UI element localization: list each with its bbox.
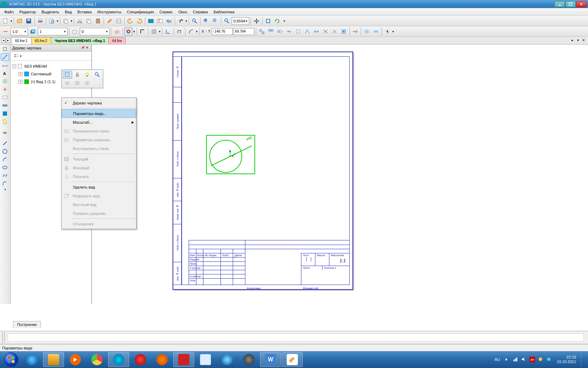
taskbar-kompas[interactable]	[108, 352, 129, 367]
coord-y-field[interactable]: 69.784	[233, 28, 254, 35]
tab-nav-left[interactable]: ◄	[1, 38, 6, 43]
taskbar-opera[interactable]	[130, 352, 151, 367]
text-icon[interactable]: A	[1, 69, 9, 77]
brush-icon[interactable]	[105, 17, 114, 25]
manager-icon[interactable]	[147, 17, 155, 25]
lcs-icon[interactable]	[164, 27, 172, 36]
state-current-icon[interactable]	[63, 71, 72, 79]
circle-icon[interactable]	[1, 148, 9, 155]
state-zoom-icon[interactable]	[93, 71, 102, 79]
ortho-icon[interactable]	[138, 27, 147, 36]
dim-icon[interactable]	[1, 61, 9, 69]
round-icon[interactable]	[187, 27, 195, 36]
doctab-4[interactable]: 64.frw	[108, 37, 126, 44]
redo-icon[interactable]	[135, 17, 144, 25]
ortho-draw-icon[interactable]	[175, 27, 184, 36]
param-icon[interactable]	[1, 94, 9, 101]
tree-pin-icon[interactable]: 📌	[81, 46, 85, 50]
zoom-in-icon[interactable]: +	[202, 17, 210, 25]
copy-props-icon[interactable]	[62, 17, 70, 25]
spline-icon[interactable]	[1, 172, 9, 179]
paste-icon[interactable]	[94, 17, 102, 25]
menu-spec[interactable]: Спецификация	[124, 9, 157, 15]
tab-nav-right[interactable]: ►	[6, 38, 10, 43]
tabs-list-icon[interactable]: ▸	[570, 38, 575, 42]
state-lock-icon[interactable]	[73, 71, 82, 79]
zoom-window-icon[interactable]	[190, 17, 199, 25]
help-icon[interactable]: ?	[176, 17, 185, 25]
fillet-icon[interactable]	[1, 180, 9, 188]
menu-window[interactable]: Окно	[175, 9, 190, 15]
edit13-icon[interactable]	[372, 27, 380, 36]
grid-icon[interactable]	[150, 27, 158, 36]
point-icon[interactable]	[1, 53, 9, 61]
pan-icon[interactable]	[252, 17, 261, 25]
taskbar-word[interactable]: W	[260, 352, 281, 367]
edit3-icon[interactable]	[276, 27, 284, 36]
arc-icon[interactable]	[1, 156, 9, 163]
tree-close-icon[interactable]: ✕	[86, 46, 90, 50]
tree-config-icon[interactable]	[13, 53, 20, 60]
ctx-show-breaks[interactable]: Показать разрывы	[62, 209, 136, 218]
preview-icon[interactable]	[48, 17, 56, 25]
menu-libs[interactable]: Библиотеки	[211, 9, 237, 15]
save-icon[interactable]	[24, 17, 33, 25]
taskbar-firefox[interactable]	[152, 352, 173, 367]
zoom-field[interactable]: 0.6594▾	[232, 17, 249, 25]
doctab-3[interactable]: Чертеж БЕЗ ИМЕНИ3 ->Вид 1	[51, 37, 109, 44]
taskbar-app1[interactable]	[173, 352, 194, 367]
zoom-scale-icon[interactable]	[223, 17, 231, 25]
ctx-break-params[interactable]: Параметры разрыва...	[62, 135, 136, 144]
menu-select[interactable]: Выделить	[38, 9, 62, 15]
taskbar-ie[interactable]	[21, 352, 42, 367]
doctab-2[interactable]: 60.frw:2	[31, 37, 51, 44]
taskbar-clock[interactable]: 22:10 19.10.2011	[555, 355, 578, 364]
tray-net-icon[interactable]	[513, 357, 518, 362]
edit7-icon[interactable]	[312, 27, 321, 36]
close-button[interactable]	[576, 1, 587, 7]
tray-ati-icon[interactable]: ATI	[530, 357, 535, 362]
edit5-icon[interactable]	[294, 27, 302, 36]
line-icon[interactable]	[1, 139, 9, 147]
ctx-current[interactable]: Текущий	[62, 155, 136, 163]
ctx-scale[interactable]: Масштаб... ▶	[62, 118, 136, 127]
tray-vol-icon[interactable]	[521, 357, 527, 362]
ctx-background[interactable]: Фоновый	[62, 163, 136, 172]
zoom-fit-icon[interactable]	[264, 17, 272, 25]
edit6-icon[interactable]	[303, 27, 312, 36]
ctx-restore-styles[interactable]: Восстановить стили	[62, 144, 136, 153]
edit10-icon[interactable]	[340, 27, 348, 36]
tree-root[interactable]: − БЕЗ ИМЕНИ	[12, 63, 90, 70]
taskbar-paint[interactable]	[282, 352, 303, 367]
coord-x-field[interactable]: -148.76	[212, 28, 233, 35]
layer-mgr-icon[interactable]	[71, 27, 79, 36]
geom-panel-icon[interactable]	[1, 45, 9, 53]
tabs-close-icon[interactable]: ✕	[581, 38, 586, 42]
minimize-button[interactable]	[554, 1, 565, 7]
ctx-delete-view[interactable]: Удалить вид	[62, 183, 136, 191]
menu-editor[interactable]: Редактор	[16, 9, 38, 15]
hatch-icon[interactable]	[1, 77, 9, 85]
menu-insert[interactable]: Вставка	[75, 9, 94, 15]
ctx-tree[interactable]: ✓ Дерево чертежа	[62, 98, 136, 107]
tray-flag-icon[interactable]: ▲	[504, 357, 510, 362]
spec-icon[interactable]	[1, 118, 9, 125]
open-icon[interactable]	[15, 17, 24, 25]
copy-icon[interactable]	[85, 17, 93, 25]
print-icon[interactable]	[36, 17, 44, 25]
propbar-grip[interactable]	[2, 332, 5, 343]
select-icon[interactable]	[1, 110, 9, 117]
tree-bottom-tab[interactable]: Построение	[13, 321, 41, 328]
edit9-icon[interactable]	[330, 27, 339, 36]
tray-misc1-icon[interactable]	[538, 357, 544, 362]
edit14-icon[interactable]	[383, 27, 392, 36]
edit-geom-icon[interactable]	[1, 86, 9, 93]
line-style-icon[interactable]	[1, 27, 10, 36]
ctx-destroy-view[interactable]: Разрушить вид	[62, 191, 136, 200]
doctab-1[interactable]: 60.frw:1	[11, 37, 31, 44]
snap-icon[interactable]	[124, 27, 133, 36]
menu-file[interactable]: Файл	[1, 9, 16, 15]
taskbar-app2[interactable]	[217, 352, 238, 367]
redraw-icon[interactable]	[273, 17, 281, 25]
start-button[interactable]	[1, 352, 21, 367]
